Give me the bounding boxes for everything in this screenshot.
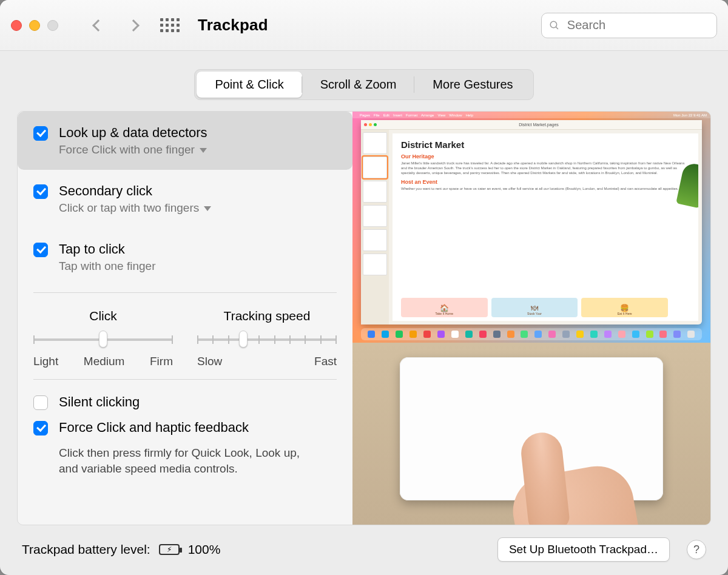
option-lookup-menu[interactable]: Force Click with one finger — [59, 143, 207, 156]
charging-icon: ⚡︎ — [167, 546, 172, 553]
click-slider-knob[interactable] — [99, 331, 107, 348]
divider — [33, 379, 337, 380]
preview-menubar: Pages File Edit Insert Format Arrange Vi… — [352, 112, 710, 118]
chevron-down-icon — [200, 148, 207, 153]
battery-label: Trackpad battery level: — [22, 542, 150, 557]
option-force-click[interactable]: Force Click and haptic feedback — [33, 420, 337, 435]
search-field[interactable] — [541, 13, 717, 38]
option-secondary-click[interactable]: Secondary click Click or tap with two fi… — [18, 170, 352, 228]
option-lookup-title: Look up & data detectors — [59, 125, 207, 141]
preview-dock — [361, 328, 702, 340]
back-button[interactable] — [85, 12, 112, 39]
preview-desk — [352, 343, 710, 525]
tracking-slider-group: Tracking speed Slow Fast — [197, 309, 337, 368]
tab-more-gestures[interactable]: More Gestures — [414, 72, 531, 98]
option-lookup-labels: Look up & data detectors Force Click wit… — [59, 125, 207, 156]
preview-thumbnails — [361, 130, 389, 324]
divider — [33, 292, 337, 293]
settings-panel: Look up & data detectors Force Click wit… — [17, 111, 711, 525]
forward-button[interactable] — [120, 12, 147, 39]
window-controls — [11, 20, 58, 31]
tracking-slider-knob[interactable] — [239, 331, 248, 348]
option-tap-sub: Tap with one finger — [59, 260, 156, 273]
click-label-light: Light — [33, 355, 58, 368]
click-slider-group: Click Light Medium Firm — [33, 309, 173, 368]
checkbox-tap-to-click[interactable] — [33, 243, 48, 257]
chevron-down-icon — [204, 206, 211, 211]
options-column: Look up & data detectors Force Click wit… — [18, 112, 352, 525]
preview-doc-title: District Market — [401, 140, 690, 150]
click-label-medium: Medium — [84, 355, 125, 368]
force-click-help: Click then press firmly for Quick Look, … — [59, 445, 314, 476]
tracking-slider[interactable] — [197, 332, 337, 346]
option-secondary-menu[interactable]: Click or tap with two fingers — [59, 201, 211, 215]
preview-doc-filename: District Market.pages — [519, 123, 559, 127]
svg-point-0 — [550, 21, 556, 27]
prefs-window: Trackpad Point & Click Scroll & Zoom Mor… — [0, 0, 728, 575]
tab-scroll-zoom[interactable]: Scroll & Zoom — [302, 72, 415, 98]
preview-screen: Pages File Edit Insert Format Arrange Vi… — [352, 112, 710, 343]
setup-bluetooth-button[interactable]: Set Up Bluetooth Trackpad… — [497, 537, 670, 562]
minimize-icon[interactable] — [29, 20, 40, 31]
window-title: Trackpad — [198, 16, 268, 35]
close-icon[interactable] — [11, 20, 22, 31]
content-area: Point & Click Scroll & Zoom More Gesture… — [0, 51, 728, 575]
help-button[interactable]: ? — [687, 540, 706, 559]
option-tap-title: Tap to click — [59, 241, 156, 257]
checkbox-secondary-click[interactable] — [33, 184, 48, 199]
tracking-label-slow: Slow — [197, 355, 222, 368]
battery-percent: 100% — [188, 542, 221, 557]
chevron-left-icon — [92, 19, 104, 32]
silent-clicking-label: Silent clicking — [59, 394, 140, 410]
checkbox-silent-clicking[interactable] — [33, 395, 48, 410]
click-slider[interactable] — [33, 332, 173, 346]
titlebar: Trackpad — [0, 0, 728, 51]
preview-document: District Market Our Heritage Janet Mille… — [393, 133, 698, 321]
option-secondary-title: Secondary click — [59, 183, 211, 199]
tracking-slider-title: Tracking speed — [224, 309, 311, 323]
tab-bar: Point & Click Scroll & Zoom More Gesture… — [194, 69, 533, 100]
footer: Trackpad battery level: ⚡︎ 100% Set Up B… — [17, 525, 711, 569]
gesture-preview: Pages File Edit Insert Format Arrange Vi… — [352, 112, 710, 525]
checkbox-force-click[interactable] — [33, 421, 48, 435]
option-silent-clicking[interactable]: Silent clicking — [33, 394, 337, 410]
search-input[interactable] — [566, 18, 709, 33]
tab-point-click[interactable]: Point & Click — [197, 72, 302, 98]
search-icon — [549, 19, 560, 32]
force-click-label: Force Click and haptic feedback — [59, 420, 249, 435]
show-all-icon[interactable] — [160, 18, 180, 32]
checkbox-lookup[interactable] — [33, 126, 48, 141]
chevron-right-icon — [127, 19, 140, 32]
option-tap-to-click[interactable]: Tap to click Tap with one finger — [18, 228, 352, 286]
preview-app-window: District Market.pages District Market Ou… — [361, 120, 702, 324]
bottom-options: Silent clicking Force Click and haptic f… — [18, 386, 352, 485]
option-lookup[interactable]: Look up & data detectors Force Click wit… — [18, 112, 352, 170]
click-slider-title: Click — [89, 309, 117, 323]
click-label-firm: Firm — [150, 355, 173, 368]
svg-line-1 — [556, 27, 558, 29]
tracking-label-fast: Fast — [314, 355, 337, 368]
zoom-icon — [47, 20, 58, 31]
battery-icon: ⚡︎ — [159, 544, 180, 555]
sliders-row: Click Light Medium Firm Tra — [18, 299, 352, 373]
